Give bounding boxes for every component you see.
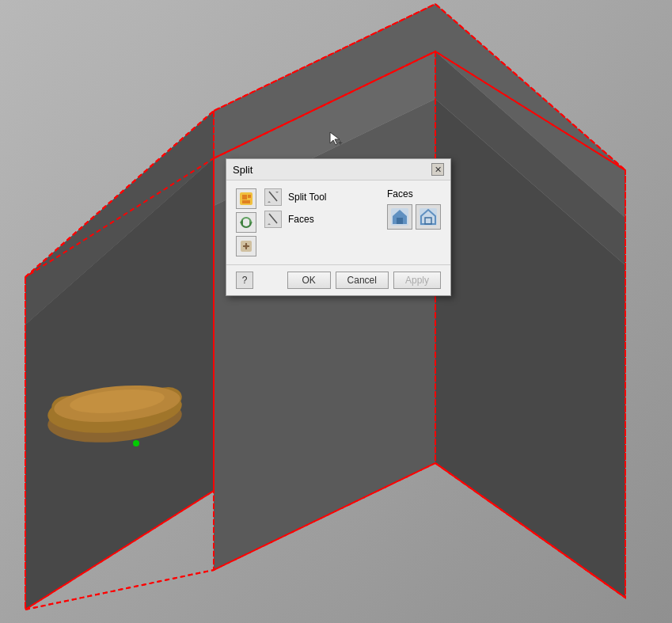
- split-tool-icon[interactable]: [264, 188, 282, 206]
- dialog-title-bar[interactable]: Split ✕: [226, 159, 450, 180]
- faces-section-label: Faces: [387, 188, 413, 199]
- split-tool-label: Split Tool: [288, 192, 326, 203]
- faces-icons-row: [387, 204, 441, 230]
- center-content: Split Tool Faces: [264, 188, 379, 256]
- svg-marker-42: [268, 201, 271, 203]
- dialog-body: Split Tool Faces Faces: [226, 180, 450, 264]
- face-icon-2[interactable]: [416, 204, 441, 230]
- tool-button-2[interactable]: [236, 212, 256, 233]
- svg-rect-36: [248, 195, 251, 198]
- dialog-close-button[interactable]: ✕: [431, 163, 444, 176]
- svg-rect-37: [242, 200, 250, 203]
- faces-tool-icon[interactable]: [264, 211, 282, 228]
- split-dialog: Split ✕: [226, 158, 451, 296]
- split-tool-row: Split Tool: [264, 188, 379, 206]
- ok-button[interactable]: OK: [287, 272, 331, 289]
- help-button[interactable]: ?: [236, 272, 253, 289]
- svg-line-46: [269, 214, 277, 223]
- faces-tool-label: Faces: [288, 214, 314, 225]
- faces-tool-row: Faces: [264, 211, 379, 228]
- svg-marker-44: [275, 192, 279, 193]
- tool-button-1[interactable]: [236, 188, 256, 209]
- svg-line-43: [269, 192, 277, 201]
- faces-panel: Faces: [387, 188, 441, 256]
- dialog-footer: ? OK Cancel Apply: [226, 264, 450, 295]
- svg-marker-45: [268, 223, 271, 225]
- svg-rect-35: [242, 195, 247, 199]
- 3d-viewport: +: [0, 0, 672, 623]
- dialog-title: Split: [233, 164, 252, 176]
- tools-panel: [236, 188, 256, 256]
- svg-point-14: [133, 440, 139, 446]
- svg-rect-49: [397, 218, 403, 224]
- apply-button[interactable]: Apply: [393, 272, 441, 289]
- svg-rect-52: [425, 218, 431, 224]
- tool-button-3[interactable]: [236, 236, 256, 256]
- cancel-button[interactable]: Cancel: [336, 272, 389, 289]
- svg-point-41: [245, 245, 248, 248]
- 3d-shape: [0, 0, 672, 623]
- face-icon-1[interactable]: [387, 204, 412, 230]
